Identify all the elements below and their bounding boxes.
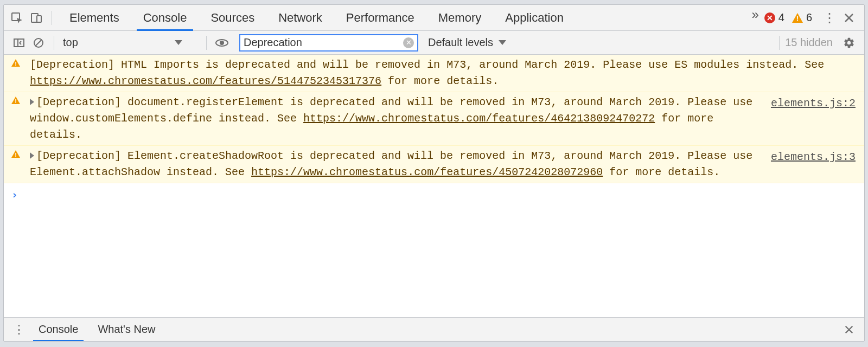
message-text: [Deprecation] document.registerElement i… [30, 94, 755, 143]
tab-elements[interactable]: Elements [58, 5, 131, 31]
divider [206, 36, 207, 50]
tab-sources[interactable]: Sources [199, 5, 266, 31]
warning-icon [11, 97, 20, 104]
log-levels-select[interactable]: Default levels [428, 36, 506, 49]
message-link[interactable]: https://www.chromestatus.com/features/46… [303, 112, 655, 125]
close-devtools-icon[interactable] [839, 8, 859, 28]
console-prompt[interactable]: › [4, 183, 864, 206]
tab-application[interactable]: Application [493, 5, 576, 31]
live-expression-icon[interactable] [212, 33, 232, 53]
warning-icon [11, 59, 20, 67]
toggle-device-toolbar-icon[interactable] [27, 8, 46, 28]
message-text: [Deprecation] HTML Imports is deprecated… [30, 57, 856, 89]
error-icon: ✕ [764, 12, 775, 23]
context-label: top [63, 36, 78, 49]
console-output: [Deprecation] HTML Imports is deprecated… [4, 55, 864, 317]
prompt-chevron-icon: › [11, 187, 18, 203]
drawer-tab-what-s-new[interactable]: What's New [88, 318, 165, 342]
warning-icon [792, 13, 803, 23]
clear-console-icon[interactable] [29, 33, 48, 53]
svg-point-6 [220, 41, 224, 45]
console-message: [Deprecation] Element.createShadowRoot i… [4, 146, 864, 183]
divider [779, 36, 780, 50]
close-drawer-icon[interactable] [839, 320, 859, 339]
tab-network[interactable]: Network [266, 5, 334, 31]
svg-rect-3 [14, 39, 24, 47]
warning-count: 6 [806, 11, 812, 24]
message-link[interactable]: https://www.chromestatus.com/features/51… [30, 75, 381, 87]
divider [52, 11, 52, 25]
filter-text[interactable]: Deprecation [244, 36, 400, 49]
kebab-menu-icon[interactable]: ⋮ [820, 8, 839, 28]
filter-input[interactable]: Deprecation ✕ [239, 34, 418, 52]
message-link[interactable]: https://www.chromestatus.com/features/45… [251, 166, 603, 178]
warning-icon [11, 150, 20, 158]
hidden-messages-count[interactable]: 15 hidden [785, 36, 833, 49]
drawer-menu-icon[interactable]: ⋮ [9, 320, 29, 339]
error-count: 4 [778, 11, 784, 24]
inspect-element-icon[interactable] [7, 8, 27, 28]
clear-filter-icon[interactable]: ✕ [403, 37, 414, 48]
warning-count-badge[interactable]: 6 [792, 11, 820, 24]
console-message: [Deprecation] HTML Imports is deprecated… [4, 55, 864, 92]
tab-performance[interactable]: Performance [334, 5, 426, 31]
tab-console[interactable]: Console [131, 5, 199, 31]
tab-memory[interactable]: Memory [426, 5, 493, 31]
chevron-down-icon [175, 40, 182, 45]
chevron-down-icon [499, 40, 506, 45]
message-source-link[interactable]: elements.js:2 [755, 94, 856, 112]
console-message: [Deprecation] document.registerElement i… [4, 92, 864, 146]
drawer-tab-console[interactable]: Console [29, 318, 88, 342]
drawer-tabs-bar: ⋮ ConsoleWhat's New [4, 317, 864, 341]
execution-context-select[interactable]: top [60, 34, 201, 51]
svg-rect-2 [37, 16, 41, 22]
divider [54, 36, 54, 50]
error-count-badge[interactable]: ✕ 4 [764, 11, 792, 24]
more-tabs-icon[interactable]: » [746, 5, 764, 24]
expand-icon[interactable] [30, 152, 34, 159]
message-text: [Deprecation] Element.createShadowRoot i… [30, 148, 755, 181]
console-toolbar: top Deprecation ✕ Default levels 15 hidd… [4, 31, 864, 55]
message-source-link[interactable]: elements.js:3 [755, 148, 856, 165]
toggle-console-sidebar-icon[interactable] [9, 33, 29, 53]
console-settings-icon[interactable] [839, 33, 859, 53]
main-tabs-bar: ElementsConsoleSourcesNetworkPerformance… [4, 5, 864, 31]
levels-label: Default levels [428, 36, 493, 49]
expand-icon[interactable] [30, 99, 34, 105]
